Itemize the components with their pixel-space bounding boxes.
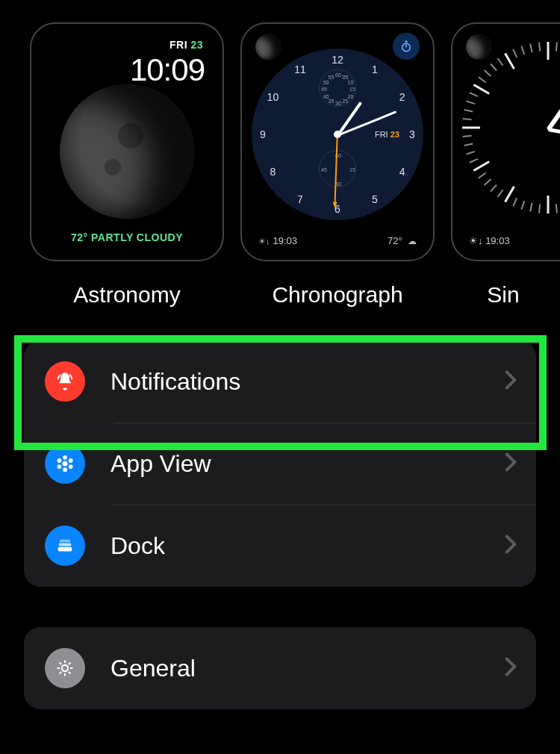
cloud-icon: ☁︎ bbox=[405, 236, 417, 246]
subdial-marker: 10 bbox=[348, 79, 354, 84]
tick-mark bbox=[473, 84, 490, 95]
svg-point-7 bbox=[69, 458, 73, 463]
tick-mark bbox=[490, 63, 497, 71]
tick-mark bbox=[512, 49, 517, 58]
app-view-label: App View bbox=[111, 450, 505, 478]
subdial-marker: 60 bbox=[335, 72, 341, 78]
tick-mark bbox=[556, 204, 558, 213]
astronomy-date: FRI 23 bbox=[169, 39, 203, 51]
simple-tile[interactable]: ☀︎↓ 19:03 bbox=[451, 22, 560, 261]
tick-mark bbox=[512, 198, 517, 207]
hour-marker: 7 bbox=[297, 193, 303, 205]
tick-mark bbox=[490, 184, 497, 192]
tick-mark bbox=[470, 158, 479, 163]
hour-marker: 9 bbox=[260, 128, 266, 140]
chevron-right-icon bbox=[505, 370, 523, 393]
temperature: 72° bbox=[388, 235, 402, 246]
tick-mark bbox=[547, 196, 550, 214]
hour-marker: 11 bbox=[294, 63, 306, 75]
tick-mark bbox=[556, 43, 558, 52]
hour-marker: 5 bbox=[372, 193, 378, 205]
subdial-marker: 05 bbox=[343, 74, 349, 79]
moon-icon bbox=[466, 34, 491, 60]
simple-label: Sin bbox=[451, 282, 556, 308]
subdial-marker: 45 bbox=[321, 167, 327, 172]
row-notifications[interactable]: Notifications bbox=[24, 340, 536, 423]
tick-mark bbox=[504, 53, 515, 69]
weather-complication: 72° ☁︎ bbox=[388, 235, 417, 246]
svg-point-6 bbox=[57, 458, 62, 463]
astronomy-label: Astronomy bbox=[30, 282, 224, 308]
row-app-view[interactable]: App View bbox=[24, 423, 536, 505]
gear-icon bbox=[45, 648, 85, 688]
subdial-marker: 40 bbox=[323, 93, 329, 99]
svg-line-19 bbox=[69, 663, 71, 665]
chevron-right-icon bbox=[505, 534, 523, 558]
sunset-icon: ☀︎↓ bbox=[258, 237, 270, 246]
hour-marker: 2 bbox=[399, 91, 405, 103]
tick-mark bbox=[478, 172, 486, 179]
dock-label: Dock bbox=[111, 532, 505, 560]
subdial-marker: 20 bbox=[348, 93, 354, 99]
tick-mark bbox=[463, 135, 472, 137]
sunset-complication: ☀︎↓ 19:03 bbox=[469, 235, 510, 246]
chronograph-tile[interactable]: 600510152025303540455055 60153045 FRI 23… bbox=[240, 22, 435, 261]
tick-mark bbox=[478, 77, 486, 84]
astronomy-tile[interactable]: FRI 23 10:09 72° PARTLY CLOUDY bbox=[30, 22, 224, 261]
dial-center bbox=[334, 131, 341, 138]
chrono-day-label: FRI bbox=[375, 130, 388, 139]
tick-mark bbox=[521, 46, 526, 54]
hour-marker: 10 bbox=[267, 91, 279, 103]
chevron-right-icon bbox=[505, 452, 523, 476]
subdial-marker: 15 bbox=[349, 87, 355, 92]
svg-point-3 bbox=[63, 461, 68, 467]
minute-hand bbox=[548, 128, 560, 143]
hour-marker: 6 bbox=[335, 203, 340, 215]
tick-mark bbox=[529, 203, 532, 212]
chrono-day-num: 23 bbox=[391, 130, 399, 139]
tick-mark bbox=[484, 178, 491, 186]
tick-mark bbox=[497, 57, 504, 66]
watch-face-simple[interactable]: ☀︎↓ 19:03 Sin bbox=[451, 22, 556, 308]
watch-face-astronomy[interactable]: FRI 23 10:09 72° PARTLY CLOUDY Astronomy bbox=[30, 22, 224, 308]
tick-mark bbox=[463, 118, 472, 120]
bell-icon bbox=[45, 361, 85, 402]
astronomy-daynum: 23 bbox=[190, 39, 203, 51]
subdial-marker: 45 bbox=[321, 87, 327, 92]
chevron-right-icon bbox=[505, 656, 523, 680]
hour-marker: 8 bbox=[270, 166, 276, 178]
row-general[interactable]: General bbox=[24, 627, 536, 709]
svg-rect-11 bbox=[59, 543, 71, 546]
hour-marker: 4 bbox=[399, 166, 405, 178]
tick-mark bbox=[464, 109, 473, 112]
dock-icon bbox=[45, 526, 85, 566]
tick-mark bbox=[484, 69, 491, 77]
tick-mark bbox=[547, 42, 550, 60]
sunset-time: 19:03 bbox=[485, 235, 510, 246]
svg-point-9 bbox=[69, 464, 73, 469]
row-dock[interactable]: Dock bbox=[24, 505, 536, 587]
tick-mark bbox=[470, 92, 479, 97]
astronomy-weather: 72° PARTLY CLOUDY bbox=[31, 231, 223, 243]
notifications-label: Notifications bbox=[111, 368, 505, 396]
sunset-complication: ☀︎↓19:03 bbox=[258, 235, 297, 246]
tick-mark bbox=[497, 190, 504, 198]
settings-section-2: General bbox=[24, 627, 536, 709]
tick-mark bbox=[466, 101, 475, 105]
tick-mark bbox=[466, 151, 475, 155]
tick-mark bbox=[521, 201, 526, 210]
tick-mark bbox=[538, 43, 541, 52]
astronomy-weekday: FRI bbox=[169, 39, 187, 51]
watch-face-chronograph[interactable]: 600510152025303540455055 60153045 FRI 23… bbox=[240, 22, 435, 308]
general-label: General bbox=[111, 655, 505, 682]
svg-rect-10 bbox=[60, 540, 70, 543]
chrono-subdial-bottom: 60153045 bbox=[319, 150, 356, 187]
chrono-subdial-top: 600510152025303540455055 bbox=[319, 69, 356, 107]
svg-line-17 bbox=[60, 663, 62, 665]
subdial-marker: 35 bbox=[329, 99, 335, 104]
chronograph-complications: ☀︎↓19:03 72° ☁︎ bbox=[242, 235, 433, 246]
svg-line-20 bbox=[60, 672, 62, 674]
subdial-marker: 15 bbox=[349, 167, 355, 172]
svg-point-4 bbox=[63, 455, 67, 460]
chronograph-dial: 600510152025303540455055 60153045 FRI 23… bbox=[242, 24, 433, 260]
